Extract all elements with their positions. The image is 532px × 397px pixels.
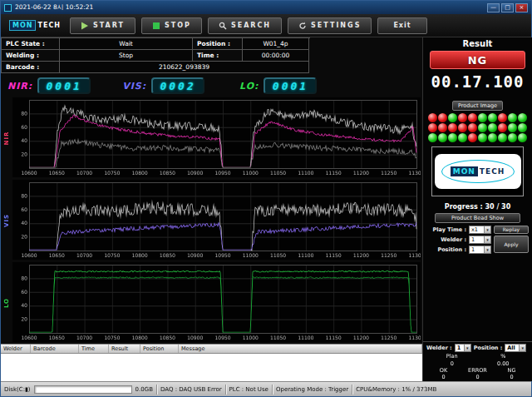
lo-axis-label: LO [3, 298, 10, 308]
apply-button[interactable]: Apply [494, 236, 529, 253]
divider [225, 385, 226, 395]
stats-welder-label: Welder : [426, 345, 452, 351]
nir-chart: NIR [1, 97, 422, 179]
log-header: WelderBarcodeTimeResultPositionMessage [1, 344, 422, 354]
log-col-message[interactable]: Message [179, 345, 422, 353]
vis-counter-display: 0002 [151, 77, 204, 94]
ok-label: OK [426, 367, 461, 374]
dot-ok [478, 133, 487, 142]
disk-size: 0.0GB [135, 386, 153, 393]
play-time-select[interactable]: x1 ▾ [469, 226, 491, 234]
log-body[interactable] [1, 354, 422, 381]
toolbar: MON TECH START STOP SEARCH SETTINGS [1, 14, 531, 37]
play-time-value: x1 [470, 226, 484, 233]
time-value: 00:00:00 [243, 50, 309, 62]
operating-mode: Operating Mode : Trigger [276, 386, 348, 393]
disk-progressbar [34, 385, 132, 394]
dot-ng [498, 123, 507, 132]
dot-ng [468, 123, 477, 132]
welder-select[interactable]: 1 ▾ [469, 236, 491, 244]
right-pane: Result NG 00.17.100 Product Image MON TE… [422, 37, 532, 381]
minimize-button[interactable]: — [487, 3, 500, 12]
search-button[interactable]: SEARCH [208, 17, 282, 34]
product-image-tab[interactable]: Product Image [452, 101, 503, 111]
lo-label: LO: [239, 81, 259, 92]
chevron-down-icon: ▾ [464, 345, 470, 351]
chevron-down-icon: ▾ [484, 246, 490, 253]
progress-text: Progress : 30 / 30 [423, 203, 532, 211]
dot-ok [448, 133, 457, 142]
log-col-position[interactable]: Position [140, 345, 179, 353]
log-col-result[interactable]: Result [109, 345, 140, 353]
logo-tech-text: TECH [480, 167, 505, 176]
percent-label: % [478, 353, 530, 360]
settings-button[interactable]: SETTINGS [288, 17, 372, 34]
ok-value: 0 [426, 374, 461, 380]
welding-value: Stop [60, 50, 193, 62]
close-button[interactable]: × [515, 3, 528, 12]
maximize-button[interactable]: □ [501, 3, 514, 12]
dot-ng [438, 113, 447, 122]
stop-button[interactable]: STOP [141, 17, 202, 34]
plan-value: 0 [426, 360, 478, 367]
monitech-logo: MON TECH [6, 18, 64, 32]
dot-ok [448, 113, 457, 122]
settings-label: SETTINGS [311, 22, 361, 29]
vis-chart-canvas[interactable] [12, 180, 421, 260]
daq-status: DAQ : DAQ USB Error [160, 386, 222, 393]
divider [352, 385, 352, 395]
error-value: 0 [461, 374, 495, 380]
start-button[interactable]: START [70, 17, 135, 34]
dot-ok [478, 123, 487, 132]
logo-mon-text: MON [9, 20, 36, 31]
statusbar: Disk(C:▮) 0.0GB DAQ : DAQ USB Error PLC … [1, 381, 531, 396]
cycle-time: 00.17.100 [423, 72, 532, 94]
dot-ok [508, 123, 517, 132]
time-label: Time : [193, 50, 243, 62]
dot-ok [508, 133, 517, 142]
welder-select-label: Welder : [428, 236, 466, 243]
search-icon [219, 22, 227, 30]
cpu-memory: CPU&Memory : 1% / 373MB [356, 386, 436, 393]
replay-button[interactable]: Replay [494, 226, 529, 234]
chevron-down-icon: ▾ [519, 345, 525, 351]
app-icon [4, 4, 12, 12]
play-time-label: Play Time : [428, 226, 466, 233]
left-pane: PLC State : Wait Position : W01_4p Weldi… [1, 37, 422, 381]
dot-ng [428, 113, 437, 122]
nir-chart-canvas[interactable] [12, 97, 421, 177]
start-label: START [93, 22, 125, 29]
vis-axis-label: VIS [3, 214, 10, 227]
log-col-welder[interactable]: Welder [1, 345, 31, 353]
lo-chart-canvas[interactable] [12, 262, 421, 342]
stats-welder-value: 1 [456, 345, 464, 351]
stats-position-select[interactable]: All ▾ [505, 344, 526, 352]
barcode-label: Barcode : [2, 62, 60, 73]
dot-ok [478, 113, 487, 122]
main-content: PLC State : Wait Position : W01_4p Weldi… [1, 37, 531, 381]
dot-ng [468, 113, 477, 122]
exit-label: Exit [393, 22, 411, 29]
log-col-barcode[interactable]: Barcode [31, 345, 79, 353]
dot-ng [458, 113, 467, 122]
counter-row: NIR: 0001 VIS: 0002 LO: 0001 [1, 75, 422, 97]
position-select[interactable]: 1 ▾ [469, 246, 491, 254]
vis-chart: VIS [1, 179, 422, 261]
dot-ok [518, 113, 527, 122]
divider [272, 385, 273, 395]
position-value: W01_4p [243, 38, 309, 50]
dot-ng [448, 123, 457, 132]
nir-label: NIR: [7, 81, 32, 92]
window-controls: — □ × [487, 3, 528, 12]
product-bead-show-button[interactable]: Product Bead Show [435, 213, 520, 223]
logo-mon-text: MON [451, 166, 478, 176]
stats-welder-select[interactable]: 1 ▾ [455, 344, 471, 352]
exit-button[interactable]: Exit [377, 17, 426, 34]
stats-position-label: Position : [474, 345, 503, 351]
log-col-time[interactable]: Time [79, 345, 109, 353]
dot-ok [488, 133, 497, 142]
nir-counter-display: 0001 [37, 77, 91, 94]
result-title: Result [423, 37, 532, 49]
welder-select-value: 1 [470, 236, 484, 243]
ng-value: 0 [495, 374, 529, 380]
